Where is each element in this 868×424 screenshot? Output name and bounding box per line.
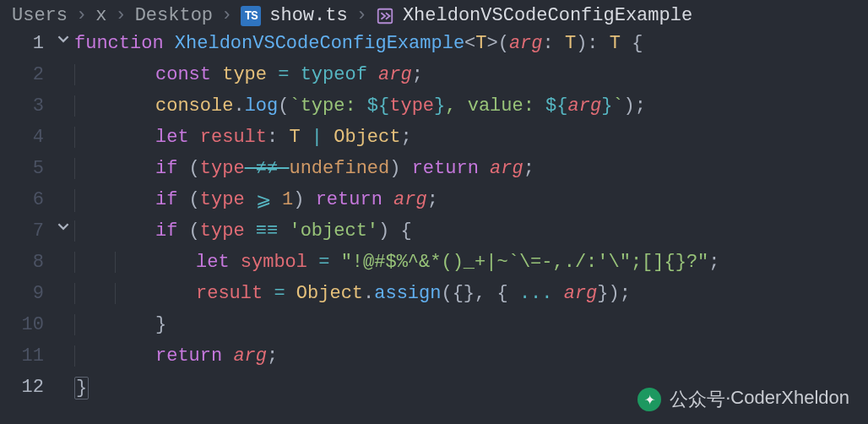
code-editor[interactable]: 1 function XheldonVSCodeConfigExample<T>… [0,33,868,408]
line-number: 2 [0,64,52,85]
crumb-symbol[interactable]: XheldonVSCodeConfigExample [403,5,692,26]
symbol-function-icon [376,7,394,25]
code-line: 2 const type = typeof arg; [0,64,868,95]
breadcrumb: Users › x › Desktop › TS show.ts › Xheld… [0,0,868,33]
code-line: 5 if (type ≠≠ undefined) return arg; [0,158,868,189]
code-line: 7 if (type ≡≡ 'object') { [0,220,868,252]
chevron-right-icon: › [76,5,87,26]
watermark-name: CoderXheldon [730,387,849,412]
keyword: function [74,33,164,54]
code-line: 8 let symbol = "!@#$%^&*()_+|~`\=-,./:'\… [0,252,868,283]
code-line: 4 let result: T | Object; [0,127,868,158]
fold-toggle[interactable] [52,33,74,45]
line-number: 9 [0,283,52,304]
wechat-icon: ✦ [637,388,661,411]
watermark: ✦ 公众号 · CoderXheldon [637,387,849,412]
line-number: 3 [0,95,52,117]
watermark-label: 公众号 [670,387,725,412]
code-line: 9 result = Object.assign({}, { ... arg})… [0,283,868,314]
crumb-file[interactable]: show.ts [269,5,347,26]
line-number: 12 [0,377,52,398]
code-line: 10 } [0,314,868,345]
crumb-users[interactable]: Users [12,5,68,26]
code-line: 6 if (type ⩾ 1) return arg; [0,189,868,220]
crumb-x[interactable]: x [95,5,106,26]
line-number: 10 [0,314,52,335]
chevron-right-icon: › [356,5,367,26]
matched-bracket: } [74,377,89,400]
line-number: 11 [0,345,52,367]
typescript-file-icon: TS [241,6,261,26]
code-line: 1 function XheldonVSCodeConfigExample<T>… [0,33,868,64]
crumb-desktop[interactable]: Desktop [135,5,213,26]
line-number: 1 [0,33,52,54]
line-number: 7 [0,220,52,242]
fold-toggle[interactable] [52,220,74,232]
line-number: 4 [0,127,52,148]
chevron-right-icon: › [221,5,232,26]
line-number: 6 [0,189,52,210]
chevron-right-icon: › [115,5,126,26]
code-line: 11 return arg; [0,345,868,377]
function-name: XheldonVSCodeConfigExample [175,33,464,54]
line-number: 5 [0,158,52,179]
code-line: 3 console.log(`type: ${type}, value: ${a… [0,95,868,127]
line-number: 8 [0,252,52,273]
